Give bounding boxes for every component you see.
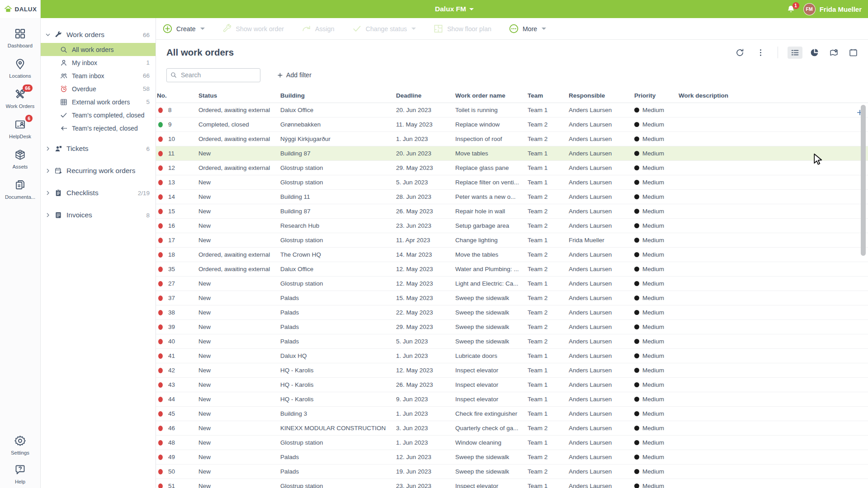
table-row[interactable]: 38 New Palads 22. May 2023 Sweep the sid… bbox=[156, 305, 868, 320]
refresh-button[interactable] bbox=[732, 47, 747, 59]
view-calendar-button[interactable] bbox=[846, 47, 861, 59]
column-header[interactable]: Team bbox=[527, 92, 568, 99]
table-row[interactable]: 15 New Building 87 26. May 2023 Repair h… bbox=[156, 204, 868, 219]
cell-responsible: Anders Laursen bbox=[568, 309, 633, 316]
table-row[interactable]: 12 Ordered, awaiting external Glostrup s… bbox=[156, 161, 868, 175]
table-row[interactable]: 14 New Building 11 28. Jun 2023 Peter wa… bbox=[156, 190, 868, 204]
cell-deadline: 15. May 2023 bbox=[395, 295, 454, 301]
sidebar-section-recurring-work-orders[interactable]: Recurring work orders bbox=[41, 163, 156, 179]
nav-locations[interactable]: Locations bbox=[0, 58, 40, 79]
table-row[interactable]: 44 New HQ - Karolis 9. Jun 2023 Inspect … bbox=[156, 392, 868, 407]
sidebar-item-external-work-orders[interactable]: External work orders 5 bbox=[41, 95, 156, 108]
sidebar-item-count: 5 bbox=[143, 99, 150, 105]
cell-deadline: 1. Jun 2023 bbox=[395, 136, 454, 142]
sidebar-section-checklists[interactable]: Checklists 2/19 bbox=[41, 185, 156, 201]
table-row[interactable]: 13 New Glostrup station 5. Jun 2023 Repl… bbox=[156, 175, 868, 190]
nav-work-orders[interactable]: 66 Work Orders bbox=[0, 88, 40, 109]
table-row[interactable]: 10 Ordered, awaiting external Nýggi Kirk… bbox=[156, 132, 868, 146]
table-row[interactable]: 43 New HQ - Karolis 26. May 2023 Inspect… bbox=[156, 378, 868, 392]
column-header[interactable]: Building bbox=[279, 92, 395, 99]
table-row[interactable]: 41 New Dalux HQ 1. Jun 2023 Lubricate do… bbox=[156, 349, 868, 363]
chevron-icon[interactable] bbox=[44, 31, 52, 38]
cell-building: Glostrup station bbox=[279, 439, 395, 446]
nav-help[interactable]: Help bbox=[0, 464, 40, 484]
cell-priority: Medium bbox=[633, 295, 678, 301]
table-row[interactable]: 39 New Palads 29. May 2023 Sweep the sid… bbox=[156, 320, 868, 334]
user-name[interactable]: Frida Mueller bbox=[820, 5, 862, 13]
status-dot bbox=[158, 382, 163, 388]
cell-building: Building 87 bbox=[279, 150, 395, 157]
chevron-icon[interactable] bbox=[44, 167, 52, 174]
table-row[interactable]: 40 New Palads 5. Jun 2023 Sweep the side… bbox=[156, 334, 868, 349]
table-row[interactable]: 42 New HQ - Karolis 12. May 2023 Inspect… bbox=[156, 363, 868, 378]
table-row[interactable]: 51 New Glostrup station 23. Jun 2023 Ins… bbox=[156, 479, 868, 488]
cell-team: Team 2 bbox=[527, 193, 568, 200]
more-button[interactable]: More bbox=[509, 23, 546, 34]
sidebar-item-team-inbox[interactable]: Team inbox 66 bbox=[41, 69, 156, 82]
cell-status: Ordered, awaiting external bbox=[198, 107, 279, 113]
nav-helpdesk[interactable]: 6 HelpDesk bbox=[0, 118, 40, 139]
search-input[interactable] bbox=[166, 68, 260, 82]
sidebar-item-overdue[interactable]: Overdue 58 bbox=[41, 82, 156, 95]
mouse-cursor bbox=[811, 153, 825, 166]
table-row[interactable]: 8 Ordered, awaiting external Dalux Offic… bbox=[156, 103, 868, 117]
cell-priority: Medium bbox=[633, 237, 678, 244]
table-row[interactable]: 35 Ordered, awaiting external Dalux Offi… bbox=[156, 262, 868, 277]
table-row[interactable]: 11 New Building 87 20. Jun 2023 Move tab… bbox=[156, 146, 868, 161]
cell-no: 13 bbox=[156, 179, 198, 186]
view-chart-button[interactable] bbox=[807, 47, 822, 59]
table-row[interactable]: 18 Ordered, awaiting external The Crown … bbox=[156, 248, 868, 262]
cell-work-order-name: Sweep the sidewalk bbox=[454, 338, 527, 345]
sidebar-item-teams-rejected[interactable]: Team's rejected, closed bbox=[41, 122, 156, 135]
cell-work-order-name: Replace glass pane bbox=[454, 164, 527, 171]
chevron-icon[interactable] bbox=[44, 211, 52, 219]
view-map-button[interactable] bbox=[826, 47, 841, 59]
dalux-logo[interactable]: DALUX bbox=[0, 0, 40, 18]
nav-assets[interactable]: Assets bbox=[0, 149, 40, 169]
app-title-menu[interactable]: Dalux FM bbox=[41, 5, 868, 13]
table-row[interactable]: 17 New Glostrup station 11. Apr 2023 Cha… bbox=[156, 233, 868, 248]
column-header[interactable]: Responsible bbox=[568, 92, 633, 99]
cell-work-order-name: Light and Electric: Ca... bbox=[454, 280, 527, 287]
more-options-button[interactable] bbox=[753, 47, 768, 59]
notifications-button[interactable]: 1 bbox=[786, 5, 796, 14]
sidebar-section-tickets[interactable]: Tickets 6 bbox=[41, 141, 156, 157]
vertical-scrollbar[interactable] bbox=[861, 105, 866, 256]
column-header[interactable]: Priority bbox=[633, 92, 678, 99]
cell-team: Team 1 bbox=[527, 439, 568, 446]
avatar[interactable]: FM bbox=[803, 3, 816, 15]
chevron-icon[interactable] bbox=[44, 145, 52, 152]
table-row[interactable]: 48 New Glostrup station 1. Jun 2023 Wind… bbox=[156, 436, 868, 450]
table-row[interactable]: 27 New Glostrup station 12. May 2023 Lig… bbox=[156, 277, 868, 291]
table-row[interactable]: 46 New KINEXX MODULAR CONSTRUCTION 3. Ju… bbox=[156, 421, 868, 436]
cell-work-order-name: Toilet is running bbox=[454, 107, 527, 113]
nav-dashboard[interactable]: Dashboard bbox=[0, 28, 40, 48]
column-header[interactable]: Status bbox=[198, 92, 279, 99]
sidebar-section-invoices[interactable]: Invoices 8 bbox=[41, 207, 156, 223]
column-header[interactable]: Work description bbox=[678, 92, 855, 99]
status-dot bbox=[158, 483, 163, 488]
cell-priority: Medium bbox=[633, 280, 678, 287]
sidebar-item-teams-completed[interactable]: Team's completed, closed bbox=[41, 108, 156, 122]
add-filter-button[interactable]: Add filter bbox=[277, 71, 311, 79]
table-row[interactable]: 49 New Palads 12. Jun 2023 Sweep the sid… bbox=[156, 450, 868, 465]
sidebar-section-work-orders[interactable]: Work orders 66 bbox=[41, 27, 156, 43]
sidebar-item-my-inbox[interactable]: My inbox 1 bbox=[41, 56, 156, 69]
nav-documentation[interactable]: Documenta... bbox=[0, 179, 40, 200]
table-row[interactable]: 9 Completed, closed Grønnebakken 11. May… bbox=[156, 117, 868, 132]
sidebar-item-all-work-orders[interactable]: All work orders bbox=[41, 43, 156, 56]
cell-work-order-name: Inspection of roof bbox=[454, 136, 527, 142]
table-row[interactable]: 50 New Palads 19. Jun 2023 Sweep the sid… bbox=[156, 465, 868, 479]
nav-settings[interactable]: Settings bbox=[0, 435, 40, 455]
chevron-icon[interactable] bbox=[44, 189, 52, 197]
column-header[interactable]: No. bbox=[156, 92, 198, 99]
cell-no: 9 bbox=[156, 121, 198, 128]
table-row[interactable]: 37 New Palads 15. May 2023 Sweep the sid… bbox=[156, 291, 868, 305]
table-row[interactable]: 16 New Research Hub 23. Jun 2023 Setup g… bbox=[156, 219, 868, 233]
column-header[interactable]: Deadline bbox=[395, 92, 454, 99]
cell-status: New bbox=[198, 280, 279, 287]
create-button[interactable]: Create bbox=[162, 23, 205, 34]
table-row[interactable]: 45 New Building 3 1. Jun 2023 Check fire… bbox=[156, 407, 868, 421]
view-list-button[interactable] bbox=[788, 47, 802, 59]
column-header[interactable]: Work order name bbox=[454, 92, 527, 99]
